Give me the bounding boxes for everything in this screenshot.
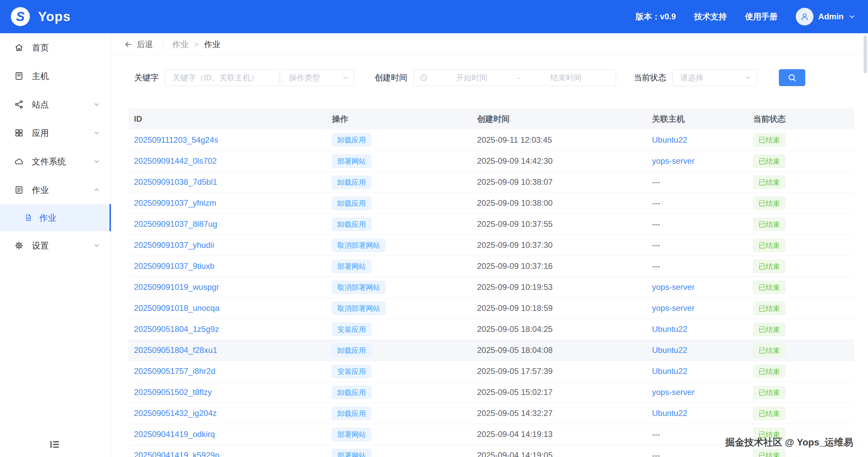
table-row: 202509091037_yhudii 取消部署网站 2025-09-09 10…: [129, 235, 854, 256]
host-link[interactable]: yops-server: [652, 303, 694, 313]
host-cell: yops-server: [647, 382, 748, 403]
job-id-link[interactable]: 202509051757_i8hr2d: [134, 366, 215, 376]
filesystem-icon: [14, 156, 24, 166]
host-cell: ---: [647, 172, 748, 193]
table-header-row: ID操作创建时间关联主机当前状态: [129, 108, 854, 130]
operation-tag: 取消部署网站: [332, 239, 386, 252]
main-content: 后退 作业 > 作业 关键字 操作类型 创建时间 开始时间 - 结束时间 当前状…: [112, 33, 868, 457]
operation-type-placeholder: 操作类型: [289, 73, 342, 83]
operation-type-select[interactable]: 操作类型: [281, 69, 354, 86]
host-link[interactable]: Ubuntu22: [652, 345, 687, 355]
created-time: 2025-09-09 10:38:00: [472, 193, 647, 214]
host-link[interactable]: yops-server: [652, 156, 694, 165]
version-label: 版本：v0.9: [636, 11, 676, 22]
sidebar-item[interactable]: 主机: [0, 62, 111, 90]
host-cell: Ubuntu22: [647, 403, 748, 424]
sidebar-item[interactable]: 站点: [0, 90, 111, 119]
user-icon: [800, 12, 810, 22]
sidebar-item[interactable]: 首页: [0, 33, 111, 62]
status-tag: 已结束: [753, 133, 785, 146]
search-button[interactable]: [779, 69, 805, 86]
sidebar-item[interactable]: 作业: [0, 176, 111, 204]
back-label: 后退: [137, 39, 153, 50]
chevron-down-icon: [93, 101, 100, 108]
host-cell: ---: [647, 214, 748, 235]
job-id-link[interactable]: 202509051432_ig204z: [134, 409, 217, 418]
created-time: 2025-09-05 15:02:17: [472, 382, 647, 403]
host-icon: [14, 71, 24, 81]
column-header: 关联主机: [647, 108, 748, 130]
status-tag: 已结束: [753, 197, 785, 210]
scrollbar-thumb[interactable]: [864, 35, 867, 73]
table-row: 202509051804_f28xu1 卸载应用 2025-09-05 18:0…: [129, 340, 854, 361]
date-range-picker[interactable]: 开始时间 - 结束时间: [413, 69, 616, 86]
user-menu[interactable]: Admin: [796, 8, 856, 25]
host-link[interactable]: Ubuntu22: [652, 409, 687, 418]
chevron-down-icon: [93, 186, 100, 193]
host-link[interactable]: Ubuntu22: [652, 324, 687, 334]
host-link[interactable]: yops-server: [652, 388, 694, 397]
search-icon: [787, 73, 797, 82]
column-header: 当前状态: [748, 108, 854, 130]
table-row: 202509091037_9tiuxb 部署网站 2025-09-09 10:3…: [129, 256, 854, 277]
table-row: 202509051502_t8flzy 卸载应用 2025-09-05 15:0…: [129, 382, 854, 403]
status-tag: 已结束: [753, 365, 785, 378]
job-id-link[interactable]: 202509041419_odkirq: [134, 430, 215, 439]
job-id-link[interactable]: 202509051804_1z5g9z: [134, 324, 219, 334]
breadcrumb-item[interactable]: 作业: [172, 39, 189, 50]
chevron-down-icon: [93, 130, 100, 136]
operation-tag: 取消部署网站: [332, 302, 386, 315]
sidebar-item[interactable]: 应用: [0, 119, 111, 147]
host-empty: ---: [652, 261, 660, 271]
job-id-link[interactable]: 202509091037_9tiuxb: [134, 261, 215, 271]
status-tag: 已结束: [753, 260, 785, 273]
support-link[interactable]: 技术支持: [694, 11, 727, 22]
job-id-link[interactable]: 202509091019_wuspgr: [134, 282, 219, 292]
status-placeholder: 请选择: [680, 73, 745, 83]
created-time: 2025-09-05 14:32:27: [472, 403, 647, 424]
status-select[interactable]: 请选择: [672, 69, 757, 86]
operation-tag: 部署网站: [332, 155, 371, 168]
host-cell: ---: [647, 193, 748, 214]
avatar: [796, 8, 813, 25]
sidebar-collapse-button[interactable]: [49, 439, 60, 452]
operation-tag: 卸载应用: [332, 386, 371, 399]
sidebar-item[interactable]: 设置: [0, 231, 111, 260]
host-cell: ---: [647, 235, 748, 256]
job-id-link[interactable]: 202509091018_unocqa: [134, 303, 219, 313]
host-link[interactable]: Ubuntu22: [652, 366, 687, 376]
clock-icon: [420, 74, 428, 82]
keyword-label: 关键字: [134, 72, 159, 83]
host-link[interactable]: Ubuntu22: [652, 135, 687, 144]
job-id-link[interactable]: 202509051804_f28xu1: [134, 345, 217, 355]
created-time: 2025-09-09 10:37:55: [472, 214, 647, 235]
job-id-link[interactable]: 202509051502_t8flzy: [134, 388, 212, 397]
created-time: 2025-09-05 17:57:39: [472, 361, 647, 382]
job-id-link[interactable]: 202509041419_k5929p: [134, 451, 219, 457]
keyword-input[interactable]: [165, 69, 279, 86]
username-label: Admin: [818, 12, 844, 21]
sidebar-item[interactable]: 文件系统: [0, 147, 111, 176]
created-time: 2025-09-09 10:19:53: [472, 277, 647, 298]
end-time-placeholder: 结束时间: [522, 73, 610, 83]
sidebar-sub-item[interactable]: 作业: [0, 204, 111, 231]
created-time: 2025-09-09 10:37:16: [472, 256, 647, 277]
chevron-down-icon: [342, 74, 349, 81]
breadcrumb: 后退 作业 > 作业: [112, 33, 868, 56]
status-label: 当前状态: [634, 72, 666, 83]
table-row: 202509091018_unocqa 取消部署网站 2025-09-09 10…: [129, 298, 854, 319]
host-empty: ---: [652, 430, 660, 439]
table-row: 202509051432_ig204z 卸载应用 2025-09-05 14:3…: [129, 403, 854, 424]
manual-link[interactable]: 使用手册: [745, 11, 777, 22]
back-button[interactable]: 后退: [124, 39, 153, 50]
settings-icon: [14, 240, 24, 251]
job-id-link[interactable]: 202509091442_0ls702: [134, 156, 217, 165]
sidebar-menu: 首页 主机 站点 应用 文件系统 作业 作业 设置: [0, 33, 111, 260]
host-link[interactable]: yops-server: [652, 282, 694, 292]
job-id-link[interactable]: 202509091037_yhudii: [134, 240, 214, 250]
host-cell: Ubuntu22: [647, 361, 748, 382]
job-id-link[interactable]: 202509091037_yfnizm: [134, 198, 216, 207]
job-id-link[interactable]: 202509091038_7d5bl1: [134, 177, 217, 186]
job-id-link[interactable]: 202509091037_8l87ug: [134, 219, 217, 228]
job-id-link[interactable]: 202509111203_54g24s: [134, 135, 218, 144]
